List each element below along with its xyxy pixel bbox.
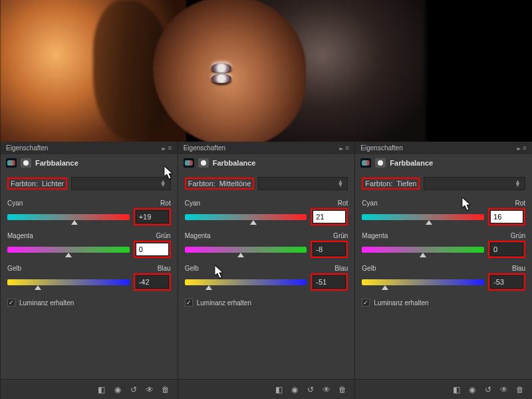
slider-label-left: Magenta <box>362 232 388 239</box>
view-prev-icon[interactable]: ◉ <box>111 383 124 396</box>
dropdown-arrows-icon: ▲▼ <box>160 180 166 187</box>
slider-label-left: Cyan <box>7 200 23 207</box>
trash-icon[interactable]: 🗑 <box>336 383 349 396</box>
slider-cyan_red[interactable] <box>185 214 307 220</box>
adjustment-title: Farbbalance <box>213 159 256 167</box>
adjustment-title: Farbbalance <box>35 159 78 167</box>
mask-icon[interactable] <box>21 158 31 168</box>
clip-icon[interactable]: ◧ <box>95 383 108 396</box>
tone-value: Tiefen <box>396 180 416 188</box>
slider-mag_green[interactable] <box>185 247 307 253</box>
slider-mag_green[interactable] <box>7 247 130 253</box>
slider-label-right: Grün <box>511 232 525 239</box>
slider-label-left: Magenta <box>185 232 211 239</box>
trash-icon[interactable]: 🗑 <box>159 383 172 396</box>
panel-menu-icon[interactable]: ≡ <box>168 144 172 152</box>
slider-label-right: Rot <box>515 200 525 207</box>
panel-menu-icon[interactable]: ≡ <box>523 144 527 152</box>
collapse-icon[interactable]: ▸▸ <box>517 146 519 152</box>
slider-yel_blue[interactable] <box>185 279 307 285</box>
panel-header: Farbbalance <box>1 154 178 172</box>
preserve-luminosity-label: Luminanz erhalten <box>374 299 428 307</box>
value-input-cyan_red[interactable] <box>313 210 346 223</box>
collapse-icon[interactable]: ▸▸ <box>339 146 342 152</box>
slider-label-left: Cyan <box>185 200 200 207</box>
slider-label-right: Blau <box>158 265 171 272</box>
view-prev-icon[interactable]: ◉ <box>288 383 301 396</box>
value-input-cyan_red[interactable] <box>490 210 523 223</box>
panel-tab[interactable]: Eigenschaften ▸▸ ≡ <box>1 142 178 154</box>
tone-value: Lichter <box>42 180 64 188</box>
value-input-yel_blue[interactable] <box>490 275 523 289</box>
slider-yel_blue[interactable] <box>7 279 130 285</box>
slider-cyan_red[interactable] <box>7 214 130 220</box>
slider-yel_blue[interactable] <box>362 279 484 285</box>
trash-icon[interactable]: 🗑 <box>513 383 527 396</box>
slider-mag_green[interactable] <box>362 247 484 253</box>
slider-label-left: Gelb <box>185 265 199 272</box>
reset-icon[interactable]: ↺ <box>127 383 140 396</box>
preserve-luminosity-checkbox[interactable]: ✓ <box>362 299 370 307</box>
panel-header: Farbbalance <box>178 154 355 172</box>
clip-icon[interactable]: ◧ <box>450 383 463 396</box>
properties-panel: Eigenschaften ▸▸ ≡ Farbbalance Farbton: … <box>0 142 178 399</box>
tone-dropdown[interactable]: ▲▼ <box>258 177 348 190</box>
slider-label-left: Magenta <box>7 232 33 239</box>
properties-panel: Eigenschaften ▸▸ ≡ Farbbalance Farbton: … <box>354 142 532 399</box>
panel-footer: ◧◉↺👁🗑 <box>178 379 355 399</box>
mask-icon[interactable] <box>375 158 386 168</box>
value-input-mag_green[interactable] <box>490 243 523 256</box>
panel-tab-title: Eigenschaften <box>184 144 225 152</box>
properties-panel: Eigenschaften ▸▸ ≡ Farbbalance Farbton: … <box>178 142 355 399</box>
visibility-icon[interactable]: 👁 <box>320 383 333 396</box>
value-input-yel_blue[interactable] <box>136 275 169 289</box>
tone-dropdown[interactable]: ▲▼ <box>71 177 171 190</box>
clip-icon[interactable]: ◧ <box>272 383 285 396</box>
reset-icon[interactable]: ↺ <box>481 383 495 396</box>
preserve-luminosity-checkbox[interactable]: ✓ <box>7 299 15 307</box>
dropdown-arrows-icon: ▲▼ <box>337 180 343 187</box>
preserve-luminosity-checkbox[interactable]: ✓ <box>185 299 193 307</box>
adjustment-icon <box>360 158 371 168</box>
value-input-yel_blue[interactable] <box>313 275 346 289</box>
tone-label: Farbton: <box>188 180 215 188</box>
value-input-cyan_red[interactable] <box>136 210 169 223</box>
preserve-luminosity-label: Luminanz erhalten <box>197 299 251 307</box>
slider-label-left: Gelb <box>7 265 21 272</box>
view-prev-icon[interactable]: ◉ <box>466 383 479 396</box>
slider-label-left: Gelb <box>362 265 376 272</box>
value-input-mag_green[interactable] <box>136 243 169 256</box>
panel-menu-icon[interactable]: ≡ <box>346 144 350 152</box>
adjustment-title: Farbbalance <box>390 159 433 167</box>
adjustment-icon <box>6 158 17 168</box>
slider-label-right: Grün <box>333 232 348 239</box>
panel-footer: ◧◉↺👁🗑 <box>1 379 178 399</box>
collapse-icon[interactable]: ▸▸ <box>162 146 164 152</box>
panel-header: Farbbalance <box>355 154 532 172</box>
slider-label-right: Rot <box>338 200 348 207</box>
slider-label-right: Rot <box>160 200 171 207</box>
tone-value: Mitteltöne <box>219 180 251 188</box>
tone-label: Farbton: <box>11 180 38 188</box>
slider-cyan_red[interactable] <box>362 214 484 220</box>
value-input-mag_green[interactable] <box>313 243 346 256</box>
panel-tab-title: Eigenschaften <box>6 144 48 152</box>
panel-footer: ◧◉↺👁🗑 <box>355 379 532 399</box>
tone-dropdown[interactable]: ▲▼ <box>424 177 525 190</box>
visibility-icon[interactable]: 👁 <box>143 383 156 396</box>
mask-icon[interactable] <box>198 158 209 168</box>
panel-tab[interactable]: Eigenschaften ▸▸ ≡ <box>355 142 532 154</box>
canvas-preview[interactable] <box>0 0 532 142</box>
preserve-luminosity-label: Luminanz erhalten <box>19 299 74 307</box>
slider-label-right: Grün <box>156 232 170 239</box>
panel-tab[interactable]: Eigenschaften ▸▸ ≡ <box>178 142 355 154</box>
slider-label-right: Blau <box>512 265 525 272</box>
slider-label-right: Blau <box>334 265 348 272</box>
reset-icon[interactable]: ↺ <box>304 383 317 396</box>
slider-label-left: Cyan <box>362 200 377 207</box>
tone-label: Farbton: <box>365 180 392 188</box>
adjustment-icon <box>184 158 194 168</box>
panel-tab-title: Eigenschaften <box>360 144 402 152</box>
visibility-icon[interactable]: 👁 <box>497 383 511 396</box>
dropdown-arrows-icon: ▲▼ <box>515 180 521 187</box>
